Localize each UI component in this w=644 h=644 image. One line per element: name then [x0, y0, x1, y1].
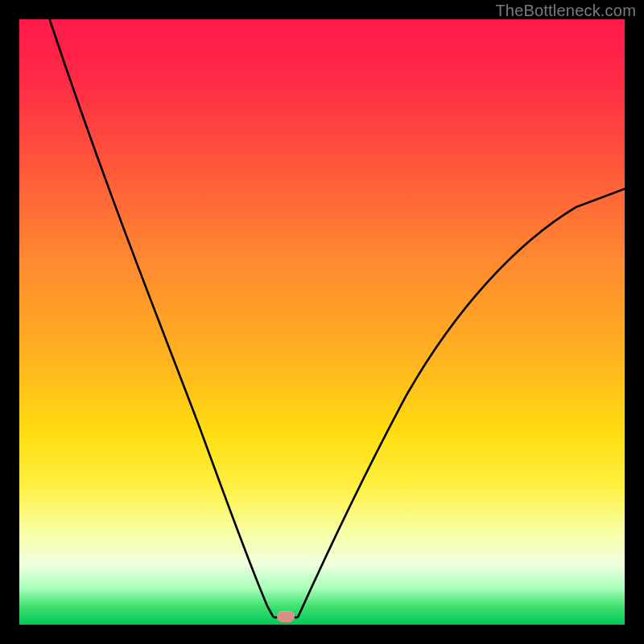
curve-left-branch	[50, 19, 274, 617]
watermark-text: TheBottleneck.com	[495, 2, 636, 20]
curve-right-branch	[298, 189, 625, 617]
bottleneck-curve	[19, 19, 625, 625]
optimum-marker	[277, 611, 295, 622]
chart-frame: TheBottleneck.com	[0, 0, 644, 644]
